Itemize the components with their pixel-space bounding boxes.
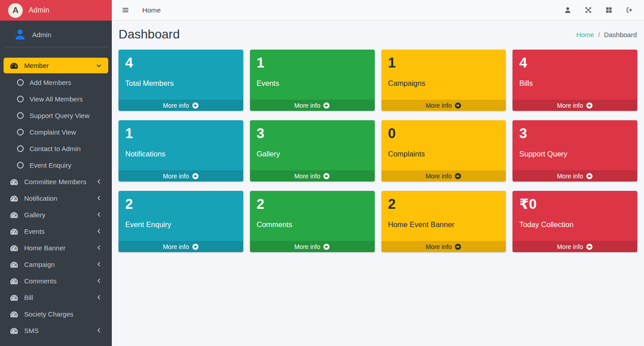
arrow-circle-right-icon: [323, 102, 330, 109]
stat-card-label: Gallery: [257, 150, 368, 158]
more-info-label: More info: [294, 102, 320, 109]
stat-card-event-enquiry: 2 Event Enquiry More info: [119, 191, 243, 252]
stat-card-value: 4: [519, 55, 631, 72]
stat-card-comments: 2 Comments More info: [250, 191, 375, 252]
brand-link[interactable]: A Admin: [0, 0, 112, 21]
user-name-link[interactable]: Admin: [32, 31, 51, 38]
more-info-link[interactable]: More info: [381, 241, 506, 252]
stat-card-value: 2: [388, 196, 500, 213]
user-icon[interactable]: [564, 6, 572, 14]
logout-icon[interactable]: [626, 6, 633, 14]
arrow-circle-right-icon: [586, 173, 593, 180]
sidebar-item-notification[interactable]: Notification: [4, 190, 108, 206]
sidebar-item-label: Member: [24, 62, 49, 69]
more-info-link[interactable]: More info: [513, 241, 637, 252]
breadcrumb-separator: /: [598, 31, 600, 38]
arrow-circle-right-icon: [323, 243, 330, 250]
sidebar-item-view-all-members[interactable]: View All Members: [4, 91, 108, 106]
user-avatar-icon: [13, 28, 27, 41]
arrow-circle-right-icon: [586, 243, 593, 250]
breadcrumb-home-link[interactable]: Home: [576, 31, 594, 38]
more-info-label: More info: [426, 243, 452, 250]
stat-card-value: 1: [388, 55, 500, 72]
chevron-left-icon: [96, 278, 102, 284]
sidebar-item-bill[interactable]: Bill: [4, 290, 108, 305]
more-info-label: More info: [557, 243, 583, 250]
stat-card-value: 4: [125, 55, 237, 72]
more-info-link[interactable]: More info: [513, 170, 637, 181]
more-info-link[interactable]: More info: [119, 170, 243, 181]
more-info-link[interactable]: More info: [381, 170, 506, 181]
expand-icon[interactable]: [585, 6, 592, 14]
sidebar-item-comments[interactable]: Comments: [4, 273, 108, 288]
stat-card-value: 3: [519, 125, 631, 143]
main-area: Home Dashboard Home / Dashboard 4 Total …: [112, 0, 644, 346]
more-info-label: More info: [294, 243, 320, 250]
arrow-circle-right-icon: [323, 173, 330, 180]
topnav-right-icons: [551, 6, 633, 14]
more-info-label: More info: [163, 243, 189, 250]
chevron-left-icon: [96, 327, 102, 333]
topnav-home-link[interactable]: Home: [142, 6, 161, 14]
circle-outline-icon: [17, 162, 24, 169]
chevron-down-icon: [96, 63, 102, 69]
stat-card-label: Today Collection: [519, 220, 631, 229]
more-info-label: More info: [426, 102, 452, 109]
tachometer-icon: [10, 227, 18, 236]
more-info-label: More info: [163, 173, 189, 180]
more-info-link[interactable]: More info: [250, 170, 375, 181]
stat-card-notifications: 1 Notifications More info: [119, 120, 243, 181]
more-info-link[interactable]: More info: [250, 100, 375, 111]
stat-card-value: 2: [257, 196, 368, 213]
brand-title: Admin: [29, 6, 49, 14]
stat-card-label: Bills: [519, 79, 631, 88]
chevron-left-icon: [96, 294, 102, 300]
sidebar-item-home-banner[interactable]: Home Banner: [4, 240, 108, 255]
sidebar-item-label: SMS: [24, 327, 39, 334]
stat-card-label: Home Event Banner: [388, 220, 500, 229]
sidebar-item-label: Campaign: [24, 261, 55, 268]
sidebar-item-contact-to-admin[interactable]: Contact to Admin: [4, 141, 108, 156]
stat-card-complaints: 0 Complaints More info: [381, 120, 506, 181]
sidebar-item-label: Society Charges: [24, 310, 73, 318]
arrow-circle-right-icon: [192, 173, 199, 180]
content-header: Dashboard Home / Dashboard: [112, 21, 644, 44]
sidebar-item-campaign[interactable]: Campaign: [4, 257, 108, 272]
sidebar-item-add-members[interactable]: Add Members: [4, 75, 108, 90]
breadcrumb: Home / Dashboard: [576, 31, 637, 38]
sidebar-item-event-enquiry[interactable]: Event Enquiry: [4, 157, 108, 173]
hamburger-icon[interactable]: [122, 6, 129, 14]
more-info-link[interactable]: More info: [513, 100, 637, 111]
sidebar-item-gallery[interactable]: Gallery: [4, 207, 108, 222]
sidebar-item-complaint-view[interactable]: Complaint View: [4, 124, 108, 139]
sidebar-item-label: Committee Members: [24, 178, 86, 186]
circle-outline-icon: [17, 96, 24, 102]
sidebar-item-society-charges[interactable]: Society Charges: [4, 306, 108, 321]
stat-card-total-members: 4 Total Members More info: [119, 50, 243, 111]
sidebar-item-member[interactable]: Member: [4, 58, 108, 73]
sidebar-item-support-query-view[interactable]: Support Query View: [4, 108, 108, 123]
breadcrumb-current: Dashboard: [604, 31, 637, 38]
stat-card-value: 3: [257, 125, 368, 143]
more-info-link[interactable]: More info: [119, 100, 243, 111]
sidebar-item-committee-members[interactable]: Committee Members: [4, 174, 108, 189]
brand-logo-icon: A: [8, 3, 23, 18]
more-info-link[interactable]: More info: [119, 241, 243, 252]
sidebar-item-label: Add Members: [30, 79, 71, 86]
sidebar-item-label: Gallery: [24, 211, 46, 219]
stat-card-campaigns: 1 Campaigns More info: [381, 50, 506, 111]
more-info-link[interactable]: More info: [381, 100, 506, 111]
circle-outline-icon: [17, 112, 24, 119]
arrow-circle-right-icon: [454, 102, 462, 109]
sidebar-item-label: Contact to Admin: [30, 145, 80, 152]
grid-icon[interactable]: [605, 6, 613, 14]
sidebar-item-sms[interactable]: SMS: [4, 323, 108, 338]
arrow-circle-right-icon: [192, 243, 199, 250]
tachometer-icon: [10, 211, 18, 219]
arrow-circle-right-icon: [192, 102, 199, 109]
chevron-left-icon: [96, 178, 102, 185]
more-info-link[interactable]: More info: [250, 241, 375, 252]
stat-card-support-query: 3 Support Query More info: [513, 120, 637, 181]
sidebar-item-events[interactable]: Events: [4, 224, 108, 239]
stat-card-label: Complaints: [388, 150, 500, 158]
